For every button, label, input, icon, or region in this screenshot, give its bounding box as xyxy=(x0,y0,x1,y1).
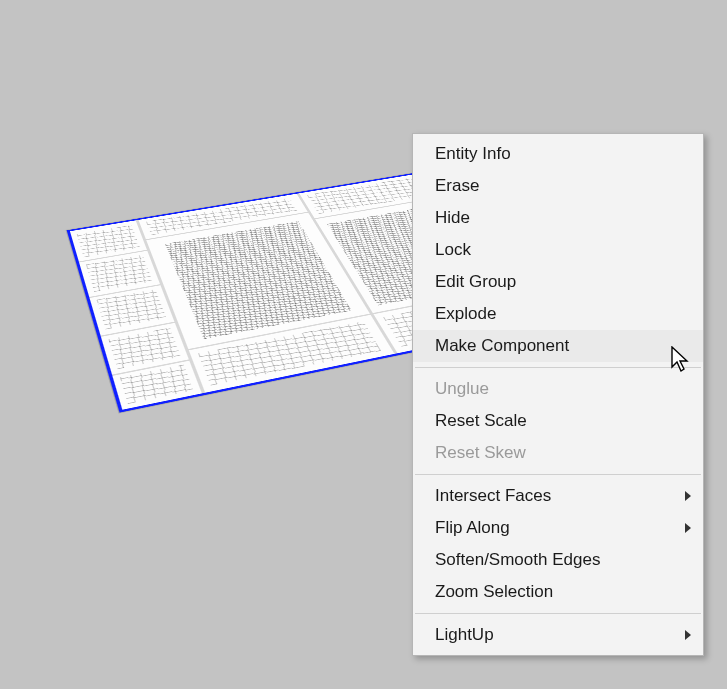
menu-item-lightup[interactable]: LightUp xyxy=(413,619,703,651)
menu-item-edit-group[interactable]: Edit Group xyxy=(413,266,703,298)
submenu-arrow-icon xyxy=(685,523,691,533)
submenu-arrow-icon xyxy=(685,491,691,501)
menu-item-erase[interactable]: Erase xyxy=(413,170,703,202)
menu-item-label: Zoom Selection xyxy=(435,582,553,601)
menu-item-reset-skew: Reset Skew xyxy=(413,437,703,469)
menu-item-label: Intersect Faces xyxy=(435,486,551,505)
menu-item-intersect-faces[interactable]: Intersect Faces xyxy=(413,480,703,512)
submenu-arrow-icon xyxy=(685,630,691,640)
menu-item-label: Reset Scale xyxy=(435,411,527,430)
menu-item-lock[interactable]: Lock xyxy=(413,234,703,266)
menu-item-label: Lock xyxy=(435,240,471,259)
menu-item-hide[interactable]: Hide xyxy=(413,202,703,234)
menu-item-explode[interactable]: Explode xyxy=(413,298,703,330)
menu-separator xyxy=(415,474,701,475)
menu-item-make-component[interactable]: Make Component xyxy=(413,330,703,362)
menu-separator xyxy=(415,367,701,368)
menu-item-label: Soften/Smooth Edges xyxy=(435,550,600,569)
menu-item-label: Make Component xyxy=(435,336,569,355)
menu-item-label: Hide xyxy=(435,208,470,227)
menu-item-flip-along[interactable]: Flip Along xyxy=(413,512,703,544)
modeling-viewport[interactable]: Entity InfoEraseHideLockEdit GroupExplod… xyxy=(0,0,727,689)
menu-item-label: Unglue xyxy=(435,379,489,398)
menu-item-label: LightUp xyxy=(435,625,494,644)
menu-item-entity-info[interactable]: Entity Info xyxy=(413,138,703,170)
menu-item-zoom-selection[interactable]: Zoom Selection xyxy=(413,576,703,608)
menu-item-label: Erase xyxy=(435,176,479,195)
menu-separator xyxy=(415,613,701,614)
menu-item-unglue: Unglue xyxy=(413,373,703,405)
menu-item-label: Explode xyxy=(435,304,496,323)
menu-item-soften-smooth-edges[interactable]: Soften/Smooth Edges xyxy=(413,544,703,576)
menu-item-label: Reset Skew xyxy=(435,443,526,462)
menu-item-label: Flip Along xyxy=(435,518,510,537)
menu-item-label: Entity Info xyxy=(435,144,511,163)
menu-item-reset-scale[interactable]: Reset Scale xyxy=(413,405,703,437)
menu-item-label: Edit Group xyxy=(435,272,516,291)
context-menu[interactable]: Entity InfoEraseHideLockEdit GroupExplod… xyxy=(412,133,704,656)
